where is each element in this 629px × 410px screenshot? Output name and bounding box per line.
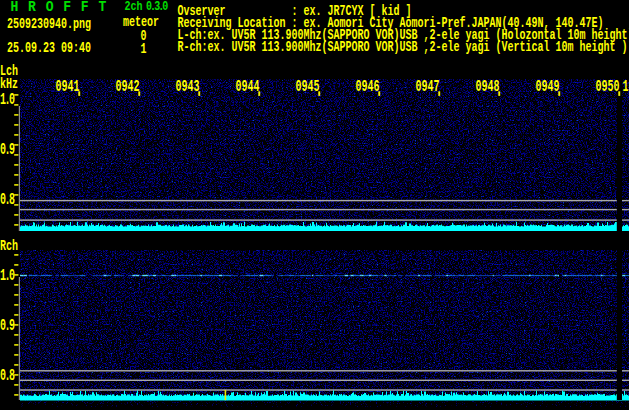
svg-text:0.3.0: 0.3.0 [146, 0, 169, 13]
svg-text:1: 1 [141, 42, 147, 58]
svg-text:0.8: 0.8 [0, 190, 15, 210]
svg-text:0950: 0950 [596, 76, 620, 96]
svg-text:R-ch:ex. UV5R 113.900Mhz(SAPPO: R-ch:ex. UV5R 113.900Mhz(SAPPORO VOR)USB… [178, 40, 628, 56]
svg-text:0945: 0945 [296, 76, 320, 96]
svg-text:0948: 0948 [476, 76, 500, 96]
svg-text:0946: 0946 [356, 76, 380, 96]
svg-text:1.0: 1.0 [0, 90, 15, 110]
svg-text:0943: 0943 [176, 76, 200, 96]
svg-text:0944: 0944 [236, 76, 260, 96]
svg-text:25.09.23 09:40: 25.09.23 09:40 [7, 40, 91, 56]
svg-text:0949: 0949 [536, 76, 560, 96]
svg-text:1.0: 1.0 [0, 265, 15, 285]
svg-text:0947: 0947 [416, 76, 440, 96]
svg-text:2ch: 2ch [125, 0, 143, 13]
svg-text:0.9: 0.9 [0, 315, 15, 335]
svg-text:0942: 0942 [116, 76, 140, 96]
svg-text:0941: 0941 [56, 76, 80, 96]
svg-text:HROFFT: HROFFT [11, 0, 117, 15]
svg-text:2509230940.png: 2509230940.png [7, 17, 91, 33]
svg-text:10: 10 [623, 76, 629, 96]
svg-text:0.9: 0.9 [0, 140, 15, 160]
svg-text:Rch: Rch [0, 237, 18, 255]
svg-text:0.8: 0.8 [0, 366, 15, 386]
